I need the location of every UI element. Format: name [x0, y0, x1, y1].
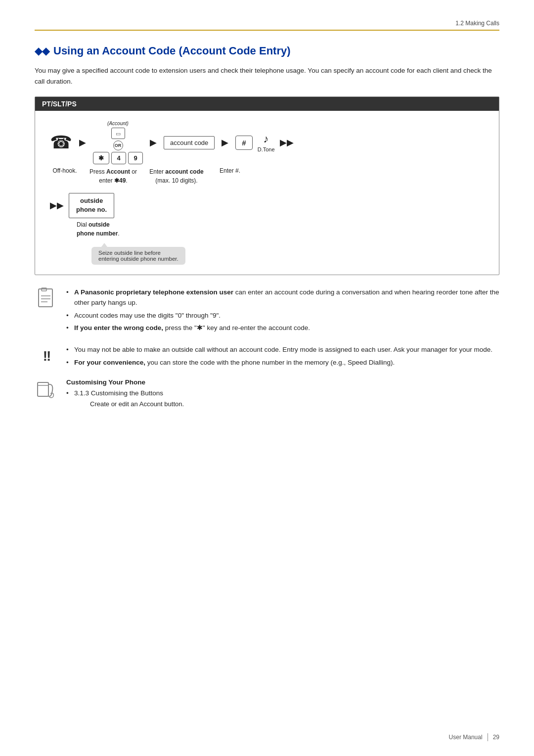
customising-content: Customising Your Phone 3.1.3 Customising… [66, 378, 499, 409]
customising-section: Customising Your Phone 3.1.3 Customising… [35, 378, 499, 409]
note-info-item-2: Account codes may use the digits "0" thr… [66, 310, 499, 321]
key-9: 9 [128, 152, 143, 164]
phone-icon: ☎ [50, 132, 72, 153]
header-bar: 1.2 Making Calls [35, 20, 499, 31]
diagram-header-label: PT/SLT/PS [35, 97, 499, 111]
star-key: ✱ [93, 152, 109, 164]
footer-label: User Manual [449, 734, 483, 741]
page-footer: User Manual 29 [449, 733, 499, 741]
svg-rect-0 [39, 289, 52, 307]
step-label-3: Enter account code(max. 10 digits). [147, 167, 206, 185]
outside-phone-box: outside phone no. [69, 193, 114, 218]
account-button-group: (Account) ▭ OR ✱ 4 9 [93, 121, 143, 164]
arrow-1: ▶ [79, 137, 86, 148]
section-label: 1.2 Making Calls [455, 20, 499, 27]
customising-sub-item-1: Create or edit an Account button. [74, 400, 184, 408]
step-labels-row1: Off-hook. Press Account orenter ✱49. Ent… [35, 164, 499, 185]
svg-rect-5 [38, 382, 48, 396]
note-info-icon [35, 287, 58, 311]
account-code-box: account code [164, 136, 215, 149]
customising-item-1: 3.1.3 Customising the Buttons Create or … [66, 388, 499, 409]
note-warning-item-1: You may not be able to make an outside c… [66, 344, 499, 355]
note-warning-item-2: For your convenience, you can store the … [66, 357, 499, 368]
note-info-item-1: A Panasonic proprietary telephone extens… [66, 287, 499, 308]
note-warning-icon: !! [35, 344, 58, 368]
outside-phone-step-label: Dial outsidephone number. [35, 218, 499, 238]
title-diamonds: ◆◆ [35, 45, 49, 57]
dtone-group: ♪ D.Tone [258, 133, 275, 152]
customising-title: Customising Your Phone [66, 378, 499, 386]
note-info-item-3: If you enter the wrong code, press the "… [66, 323, 499, 333]
intro-text: You may give a specified account code to… [35, 65, 499, 87]
step-label-4: Enter #. [215, 167, 245, 174]
callout-bubble: Seize outside line before entering outsi… [91, 247, 185, 265]
callout-area: Seize outside line before entering outsi… [77, 243, 499, 265]
account-key-box: ▭ [111, 128, 125, 139]
note-section-info: A Panasonic proprietary telephone extens… [35, 287, 499, 335]
arrow-2: ▶ [150, 137, 157, 148]
step-label-1: Off-hook. [50, 167, 80, 174]
diagram-box: PT/SLT/PS ☎ ▶ (Account) ▭ OR ✱ 4 9 [35, 96, 499, 275]
key-4: 4 [111, 152, 126, 164]
account-key-inner: ▭ [116, 131, 121, 137]
note-section-warning: !! You may not be able to make an outsid… [35, 344, 499, 370]
double-arrow-1: ▶▶ [280, 137, 294, 148]
page-title: ◆◆ Using an Account Code (Account Code E… [35, 45, 499, 57]
diagram-flow-row: ☎ ▶ (Account) ▭ OR ✱ 4 9 ▶ [35, 121, 499, 164]
customising-icon [35, 378, 58, 402]
dtone-icon: ♪ [264, 133, 269, 145]
hash-box: # [235, 136, 252, 150]
dtone-label: D.Tone [258, 146, 275, 152]
footer-page: 29 [493, 734, 499, 741]
footer-divider [488, 733, 488, 741]
title-text: Using an Account Code (Account Code Entr… [53, 45, 291, 57]
note-warning-content: You may not be able to make an outside c… [66, 344, 499, 370]
arrow-3: ▶ [222, 137, 228, 148]
star49-row: ✱ 4 9 [93, 152, 143, 164]
note-info-content: A Panasonic proprietary telephone extens… [66, 287, 499, 335]
or-badge: OR [113, 141, 123, 150]
account-btn-label: (Account) [107, 121, 129, 126]
double-arrow-2: ▶▶ [50, 200, 64, 211]
step-label-2: Press Account orenter ✱49. [89, 167, 138, 185]
diagram-row2: ▶▶ outside phone no. [35, 185, 499, 218]
